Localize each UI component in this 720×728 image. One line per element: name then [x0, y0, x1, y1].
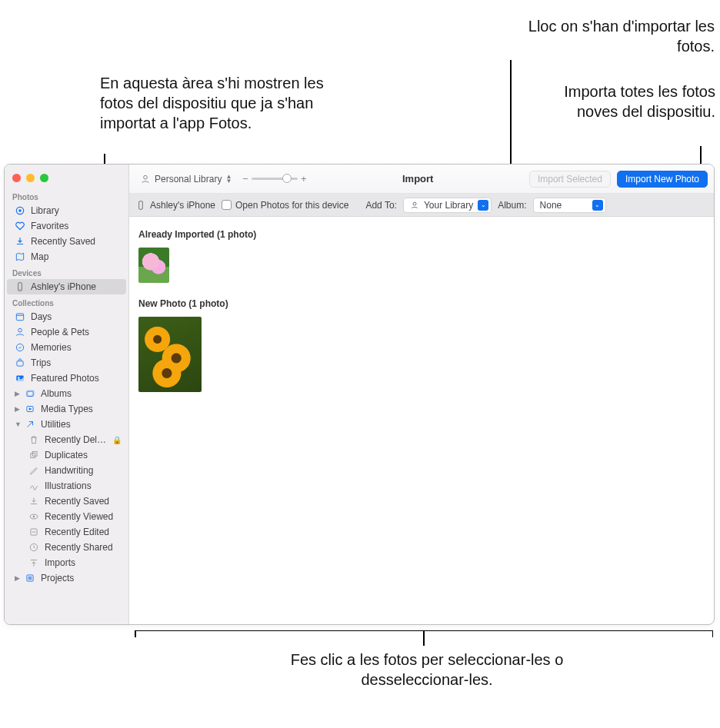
sidebar-item-handwriting[interactable]: Handwriting	[7, 463, 126, 478]
sidebar-item-days[interactable]: Days	[7, 309, 126, 324]
sidebar-item-label: Projects	[41, 573, 120, 583]
library-popup-label: Personal Library	[155, 174, 222, 184]
sidebar-item-trips[interactable]: Trips	[7, 355, 126, 371]
people-icon	[15, 327, 25, 337]
sidebar-item-label: Media Types	[41, 404, 120, 414]
callout-line	[423, 630, 425, 646]
sidebar-item-label: Utilities	[41, 419, 120, 430]
sidebar-item-recently-shared[interactable]: Recently Shared	[7, 540, 126, 555]
sidebar-item-label: Recently Deleted	[45, 434, 107, 445]
sidebar-item-library[interactable]: Library	[7, 203, 126, 218]
sidebar-item-illustrations[interactable]: Illustrations	[7, 478, 126, 494]
person-icon	[410, 201, 419, 210]
device-name: Ashley's iPhone	[150, 200, 215, 211]
photo-thumbnail[interactable]	[138, 317, 202, 392]
sidebar-item-label: Ashley's iPhone	[31, 281, 120, 292]
chevron-down-icon[interactable]: ▼	[15, 421, 22, 428]
suitcase-icon	[15, 357, 25, 368]
sidebar-item-recently-viewed[interactable]: Recently Viewed	[7, 509, 126, 524]
zoom-button[interactable]	[40, 174, 48, 182]
import-options-bar: Ashley's iPhone Open Photos for this dev…	[129, 194, 714, 217]
sidebar-item-label: Library	[31, 205, 120, 216]
svg-point-24	[413, 202, 416, 205]
import-selected-button[interactable]: Import Selected	[529, 171, 611, 188]
sidebar-item-recently-deleted[interactable]: Recently Deleted 🔒	[7, 432, 126, 447]
sidebar-item-utilities[interactable]: ▼ Utilities	[7, 417, 126, 432]
album-popup[interactable]: None ⌄	[533, 198, 606, 213]
sidebar-section-collections: Collections	[5, 294, 128, 309]
trash-icon	[28, 434, 39, 445]
import-content: Already Imported (1 photo) New Photo (1 …	[129, 217, 714, 624]
slider-track[interactable]	[252, 178, 298, 180]
library-popup[interactable]: Personal Library ▲▼	[135, 172, 236, 186]
svg-point-5	[18, 328, 22, 332]
chevron-right-icon[interactable]: ▶	[15, 390, 22, 397]
phone-icon	[15, 281, 25, 292]
edit-icon	[28, 527, 39, 537]
chevrons-icon: ⌄	[592, 200, 603, 211]
sidebar-item-label: Albums	[41, 388, 120, 399]
sidebar-item-label: Favorites	[31, 221, 120, 231]
import-icon	[28, 557, 39, 568]
share-icon	[28, 542, 39, 553]
close-button[interactable]	[12, 174, 21, 182]
zoom-slider[interactable]: − +	[242, 173, 306, 184]
sidebar-item-label: Recently Saved	[45, 496, 120, 507]
duplicate-icon	[28, 450, 39, 460]
sidebar-item-map[interactable]: Map	[7, 249, 126, 264]
chevron-right-icon[interactable]: ▶	[15, 574, 22, 582]
photo-thumbnail[interactable]	[138, 248, 169, 283]
phone-icon	[135, 200, 146, 211]
sidebar-item-albums[interactable]: ▶ Albums	[7, 386, 126, 401]
add-to-popup[interactable]: Your Library ⌄	[403, 198, 492, 213]
sidebar-item-memories[interactable]: Memories	[7, 340, 126, 355]
sidebar-item-recently-saved-u[interactable]: Recently Saved	[7, 494, 126, 509]
sidebar-item-label: Recently Shared	[45, 542, 120, 553]
sidebar-item-device-iphone[interactable]: Ashley's iPhone	[7, 279, 126, 294]
device-label: Ashley's iPhone	[135, 200, 215, 211]
download-icon	[15, 236, 25, 247]
sidebar-item-label: Map	[31, 251, 120, 262]
sidebar-item-duplicates[interactable]: Duplicates	[7, 447, 126, 463]
sidebar-item-label: Handwriting	[45, 465, 120, 476]
sidebar-item-label: People & Pets	[31, 327, 120, 337]
sidebar: Photos Library Favorites Recently Saved …	[5, 165, 129, 624]
sidebar-item-recently-edited[interactable]: Recently Edited	[7, 524, 126, 540]
lock-icon: 🔒	[112, 436, 120, 444]
toolbar: Personal Library ▲▼ − + Import Import Se…	[129, 165, 714, 194]
slider-thumb[interactable]	[282, 174, 292, 183]
checkbox-box[interactable]	[222, 200, 232, 210]
svg-point-17	[33, 516, 35, 517]
heart-icon	[15, 221, 25, 231]
callout-imported-area: En aquesta àrea s'hi mostren les fotos d…	[100, 73, 331, 133]
open-photos-checkbox[interactable]: Open Photos for this device	[222, 200, 348, 211]
svg-rect-21	[28, 577, 32, 580]
chevron-right-icon[interactable]: ▶	[15, 405, 22, 413]
minimize-button[interactable]	[26, 174, 35, 182]
sidebar-item-imports[interactable]: Imports	[7, 555, 126, 570]
main-area: Personal Library ▲▼ − + Import Import Se…	[129, 165, 714, 624]
minus-icon: −	[242, 173, 248, 184]
callout-import-all: Importa totes les fotos noves del dispos…	[554, 81, 715, 121]
svg-point-22	[144, 175, 148, 179]
thumb-row-already	[138, 248, 705, 283]
sidebar-item-label: Duplicates	[45, 450, 120, 460]
svg-rect-15	[32, 451, 37, 456]
sidebar-item-label: Imports	[45, 557, 120, 568]
svg-point-1	[18, 209, 22, 212]
sidebar-item-recently-saved[interactable]: Recently Saved	[7, 234, 126, 249]
sidebar-item-projects[interactable]: ▶ Projects	[7, 570, 126, 586]
sidebar-item-people-pets[interactable]: People & Pets	[7, 324, 126, 340]
page-title: Import	[312, 173, 522, 184]
svg-rect-4	[16, 314, 23, 321]
sidebar-item-featured-photos[interactable]: Featured Photos	[7, 371, 126, 386]
svg-rect-7	[17, 361, 23, 366]
sidebar-item-label: Featured Photos	[31, 373, 120, 384]
download-icon	[28, 496, 39, 507]
album-icon	[25, 388, 35, 399]
import-new-button[interactable]: Import New Photo	[617, 171, 708, 188]
sidebar-item-favorites[interactable]: Favorites	[7, 218, 126, 234]
sidebar-item-label: Recently Saved	[31, 236, 120, 247]
app-window: Photos Library Favorites Recently Saved …	[4, 164, 715, 625]
sidebar-item-media-types[interactable]: ▶ Media Types	[7, 401, 126, 417]
